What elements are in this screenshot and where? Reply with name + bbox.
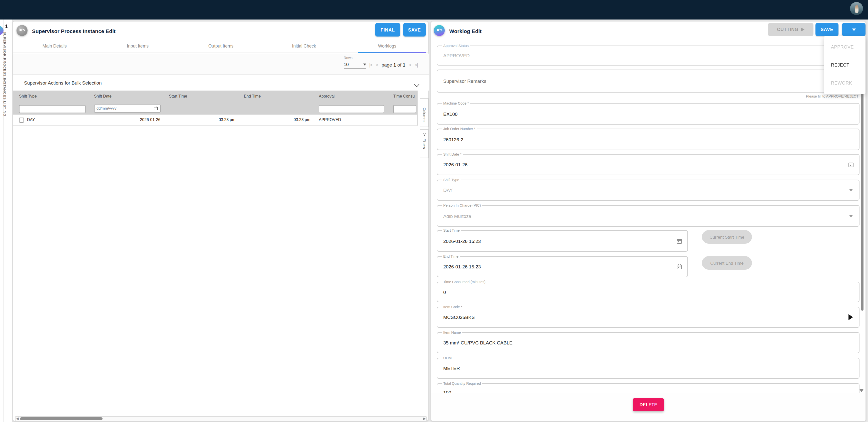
start-time-label: Start Time: [442, 228, 461, 233]
uom-label: UOM: [442, 356, 453, 360]
approval-status-value: APPROVED: [443, 53, 470, 58]
vertical-scroll-thumb[interactable]: [861, 76, 864, 311]
back-arrow-icon: [436, 26, 442, 35]
calendar-icon[interactable]: [848, 161, 854, 168]
cell-approval: APPROVED: [315, 118, 390, 122]
item-name-field[interactable]: Item Name 35 mm² CU/PVC BLACK CABLE: [437, 332, 860, 353]
total-quantity-value: 100: [443, 390, 451, 393]
scroll-right-arrow[interactable]: ▶: [423, 417, 426, 421]
table-row[interactable]: DAY 2026-01-26 03:23 pm 03:23 pm APPROVE…: [13, 115, 417, 126]
actions-dropdown-button[interactable]: [842, 23, 866, 36]
next-page-button[interactable]: >: [409, 62, 411, 67]
horizontal-scrollbar[interactable]: ◀ ▶: [15, 416, 427, 421]
tab-output-items[interactable]: Output Items: [179, 39, 262, 53]
expand-right-icon[interactable]: [848, 314, 853, 320]
approval-status-label: Approval Status: [442, 43, 470, 48]
user-avatar[interactable]: [850, 2, 863, 15]
filter-approval-input[interactable]: [319, 105, 384, 113]
col-approval[interactable]: Approval: [315, 94, 390, 98]
shift-type-field: Shift Type DAY: [437, 180, 860, 201]
scroll-down-arrow[interactable]: [860, 389, 864, 392]
item-code-field[interactable]: Item Code * MCSC035BKS: [437, 307, 860, 328]
page-current: 1: [394, 62, 396, 67]
rows-value: 10: [344, 62, 349, 67]
tab-main-details[interactable]: Main Details: [13, 39, 96, 53]
shift-date-label: Shift Date *: [442, 152, 463, 157]
menu-item-rework[interactable]: REWORK: [824, 81, 866, 86]
rows-per-page-select[interactable]: 10: [344, 61, 366, 68]
col-start-time[interactable]: Start Time: [165, 94, 240, 98]
person-in-charge-label: Person In Charge (PIC): [442, 203, 482, 208]
end-time-field[interactable]: End Time 2026-01-26 15:23: [437, 256, 688, 277]
tab-worklogs[interactable]: Worklogs: [346, 39, 429, 53]
worklog-back-button[interactable]: [434, 25, 445, 36]
bulk-actions-section[interactable]: Supervisor Actions for Bulk Selection: [13, 74, 429, 91]
columns-panel-tab[interactable]: Columns: [420, 98, 429, 127]
total-quantity-field[interactable]: Total Quantity Required 100: [437, 383, 860, 393]
vertical-scrollbar[interactable]: [861, 43, 864, 393]
person-in-charge-value: Adib Murtoza: [443, 213, 471, 219]
start-time-field[interactable]: Start Time 2026-01-26 15:23: [437, 230, 688, 252]
menu-item-approve[interactable]: APPROVE: [824, 44, 866, 50]
nav-strip-label[interactable]: SUPERVISOR PROCESS INSTANCES LISTING: [3, 32, 6, 117]
chevron-down-icon: [849, 215, 853, 217]
col-shift-type[interactable]: Shift Type: [16, 94, 91, 98]
form-footer: DELETE: [431, 393, 866, 421]
filter-funnel-icon: [422, 132, 427, 137]
current-end-time-button[interactable]: Current End Time: [702, 256, 752, 270]
page-word: page: [381, 62, 392, 67]
shift-date-field[interactable]: Shift Date * 2026-01-26: [437, 154, 860, 175]
back-button[interactable]: [17, 25, 28, 36]
left-nav-strip: 1 SUPERVISOR PROCESS INSTANCES LISTING: [0, 20, 12, 422]
tab-initial-check[interactable]: Initial Check: [262, 39, 345, 53]
filters-panel-tab[interactable]: Filters: [420, 129, 429, 158]
save-button-right[interactable]: SAVE: [815, 23, 838, 36]
calendar-icon[interactable]: [676, 238, 682, 244]
end-time-label: End Time: [442, 254, 460, 259]
col-time-consumed[interactable]: Time Consu: [390, 94, 417, 98]
scroll-left-arrow[interactable]: ◀: [16, 417, 19, 421]
delete-button[interactable]: DELETE: [633, 398, 664, 411]
of-word: of: [398, 62, 401, 67]
job-order-label: Job Order Number *: [442, 127, 477, 131]
calendar-icon[interactable]: [676, 264, 682, 270]
item-code-label: Item Code *: [442, 305, 464, 309]
supervisor-remarks-field[interactable]: Supervisor Remarks: [437, 69, 860, 93]
uom-field[interactable]: UOM METER: [437, 358, 860, 379]
col-shift-date[interactable]: Shift Date: [91, 94, 165, 98]
current-start-time-button[interactable]: Current Start Time: [702, 230, 752, 244]
nav-strip-index: 1: [5, 24, 8, 29]
col-end-time[interactable]: End Time: [240, 94, 315, 98]
play-icon: [801, 28, 804, 32]
tab-bar: Main Details Input Items Output Items In…: [13, 39, 429, 53]
end-time-value: 2026-01-26 15:23: [443, 264, 481, 269]
table-header-row: Shift Type Shift Date Start Time End Tim…: [13, 91, 417, 102]
first-page-button[interactable]: |<: [369, 62, 372, 67]
person-in-charge-field: Person In Charge (PIC) Adib Murtoza: [437, 205, 860, 227]
save-button-left[interactable]: SAVE: [403, 23, 426, 36]
active-tab-indicator: [358, 52, 426, 53]
cell-start-time: 03:23 pm: [165, 118, 240, 122]
menu-item-reject[interactable]: REJECT: [824, 63, 866, 67]
shift-type-label: Shift Type: [442, 178, 461, 182]
rows-label: Rows: [344, 56, 352, 60]
cutting-button[interactable]: CUTTING: [768, 23, 813, 36]
last-page-button[interactable]: >|: [414, 62, 417, 67]
row-checkbox[interactable]: [19, 117, 24, 122]
filter-time-consumed-input[interactable]: [393, 105, 416, 113]
time-consumed-field[interactable]: Time Consumed (minutes) 0: [437, 282, 860, 302]
remarks-helper-text: Please fill to APPROVE/REJECT: [806, 94, 859, 98]
horizontal-scroll-thumb[interactable]: [20, 417, 102, 420]
item-name-value: 35 mm² CU/PVC BLACK CABLE: [443, 340, 513, 345]
chevron-down-icon[interactable]: [414, 81, 420, 90]
job-order-field[interactable]: Job Order Number * 260126-2: [437, 128, 860, 150]
machine-code-field[interactable]: Machine Code * EX100: [437, 103, 860, 125]
tab-input-items[interactable]: Input Items: [96, 39, 179, 53]
final-button[interactable]: FINAL: [375, 23, 400, 36]
filter-shift-date-input[interactable]: dd/mm/yyyy: [94, 104, 161, 112]
machine-code-value: EX100: [443, 111, 458, 117]
bulk-actions-title: Supervisor Actions for Bulk Selection: [24, 80, 102, 85]
filter-shift-type-input[interactable]: [19, 105, 86, 113]
job-order-value: 260126-2: [443, 137, 463, 142]
prev-page-button[interactable]: <: [376, 62, 378, 67]
